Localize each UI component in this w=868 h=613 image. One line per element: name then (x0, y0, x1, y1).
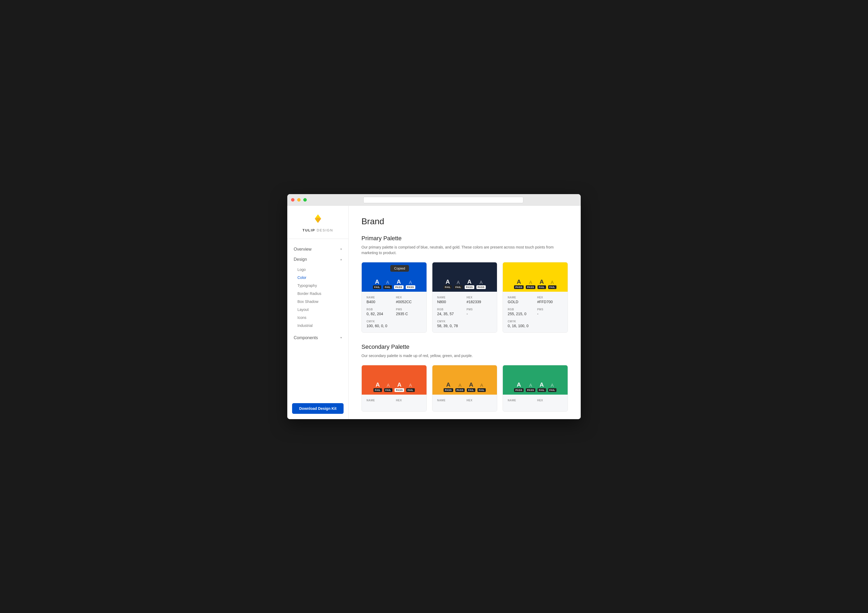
gold-badge-4: A FAIL (548, 280, 557, 289)
sidebar-logo: TULIP DESIGN (287, 206, 349, 239)
green-badges: A PASS A PASS A FAIL (514, 382, 556, 392)
sidebar-item-icons[interactable]: Icons (287, 314, 349, 322)
browser-window: TULIP DESIGN Overview ▾ Design ▴ Logo Co… (287, 194, 581, 419)
b400-badge-1: A FAIL (373, 279, 381, 289)
n800-badges: A FAIL A FAIL A PASS (443, 279, 486, 289)
orange-badge-2: A FAIL (384, 383, 393, 392)
green-info: NAME HEX (503, 395, 568, 412)
amber-name: NAME (437, 399, 463, 407)
b400-badge-3: A PASS (394, 279, 404, 289)
color-card-b400[interactable]: Copied A FAIL A FAIL A (361, 262, 427, 333)
green-name: NAME (508, 399, 533, 407)
gold-badge-1: A PASS (514, 279, 524, 289)
orange-hex: HEX (396, 399, 422, 407)
sidebar-item-components[interactable]: Components ▾ (287, 333, 349, 343)
b400-rgb: RGB 0, 82, 204 (366, 308, 392, 316)
sidebar-item-box-shadow[interactable]: Box Shadow (287, 297, 349, 306)
amber-info: NAME HEX (432, 395, 497, 412)
n800-badge-3: A PASS (465, 279, 474, 289)
minimize-button[interactable] (297, 198, 301, 201)
b400-badges: A FAIL A FAIL A PASS (373, 279, 415, 289)
green-badge-3: A FAIL (538, 382, 546, 392)
overview-chevron-icon: ▾ (340, 248, 342, 251)
gold-badge-2: A PASS (526, 280, 535, 289)
primary-palette-desc: Our primary palette is comprised of blue… (361, 245, 568, 256)
sidebar-item-industrial[interactable]: Industrial (287, 322, 349, 330)
n800-cmyk: CMYK 58, 39, 0, 78 (437, 320, 463, 328)
b400-info: NAME B400 HEX #0052CC RGB 0, 82, 204 (362, 292, 426, 333)
orange-badge-4: A FAIL (406, 383, 415, 392)
gold-hex: HEX #FFD700 (537, 296, 563, 304)
n800-badge-2: A FAIL (454, 280, 462, 289)
n800-name: NAME N800 (437, 296, 463, 304)
n800-badge-4: A PASS (476, 280, 486, 289)
orange-badges: A FAIL A FAIL A PASS (374, 382, 414, 392)
gold-info: NAME GOLD HEX #FFD700 RGB 255, 215, 0 (503, 292, 568, 333)
secondary-palette-desc: Our secondary palette is made up of red,… (361, 353, 568, 359)
design-sub-items: Logo Color Typography Border Radius Box … (287, 265, 349, 333)
b400-badge-2: A FAIL (383, 280, 392, 289)
amber-badge-3: A FAIL (467, 382, 475, 392)
gold-name: NAME GOLD (508, 296, 533, 304)
components-chevron-icon: ▾ (340, 336, 342, 339)
n800-badge-1: A FAIL (443, 279, 452, 289)
color-card-gold[interactable]: A PASS A PASS A FAIL (502, 262, 568, 333)
gold-rgb: RGB 255, 215, 0 (508, 308, 533, 316)
n800-hex: HEX #182339 (467, 296, 492, 304)
gold-pms: PMS - (537, 308, 563, 316)
b400-pms: PMS 2935 C (396, 308, 422, 316)
b400-badge-4: A PASS (406, 280, 415, 289)
sidebar-item-overview[interactable]: Overview ▾ (287, 244, 349, 254)
orange-name: NAME (366, 399, 392, 407)
color-swatch-gold: A PASS A PASS A FAIL (503, 262, 568, 292)
secondary-color-cards: A FAIL A FAIL A PASS (361, 365, 568, 412)
sidebar-nav: Overview ▾ Design ▴ Logo Color Typograph… (287, 239, 349, 398)
browser-titlebar (287, 194, 581, 206)
amber-hex: HEX (467, 399, 492, 407)
color-swatch-b400: Copied A FAIL A FAIL A (362, 262, 426, 292)
orange-badge-1: A FAIL (374, 382, 382, 392)
green-hex: HEX (537, 399, 563, 407)
design-chevron-icon: ▴ (340, 258, 342, 261)
tulip-logo-icon (312, 213, 324, 226)
color-swatch-orange: A FAIL A FAIL A PASS (362, 365, 426, 395)
sidebar-item-border-radius[interactable]: Border Radius (287, 289, 349, 297)
main-content: Brand Primary Palette Our primary palett… (349, 206, 581, 419)
gold-badges: A PASS A PASS A FAIL (514, 279, 556, 289)
n800-rgb: RGB 24, 35, 57 (437, 308, 463, 316)
secondary-palette-section: Secondary Palette Our secondary palette … (361, 344, 568, 412)
sidebar: TULIP DESIGN Overview ▾ Design ▴ Logo Co… (287, 206, 349, 419)
primary-color-cards: Copied A FAIL A FAIL A (361, 262, 568, 333)
b400-cmyk: CMYK 100, 60, 0, 0 (366, 320, 392, 328)
orange-badge-3: A PASS (395, 382, 404, 392)
sidebar-item-typography[interactable]: Typography (287, 282, 349, 289)
b400-name: NAME B400 (366, 296, 392, 304)
sidebar-item-layout[interactable]: Layout (287, 306, 349, 314)
color-card-amber[interactable]: A PASS A PASS A FAIL (432, 365, 498, 412)
color-card-green[interactable]: A PASS A PASS A FAIL (502, 365, 568, 412)
logo-text: TULIP DESIGN (302, 228, 333, 232)
color-card-orange[interactable]: A FAIL A FAIL A PASS (361, 365, 427, 412)
n800-pms: PMS - (467, 308, 492, 316)
gold-badge-3: A FAIL (538, 279, 546, 289)
maximize-button[interactable] (303, 198, 307, 201)
sidebar-item-design[interactable]: Design ▴ (287, 254, 349, 265)
sidebar-item-logo[interactable]: Logo (287, 266, 349, 274)
close-button[interactable] (291, 198, 294, 201)
color-swatch-green: A PASS A PASS A FAIL (503, 365, 568, 395)
color-swatch-n800: A FAIL A FAIL A PASS (432, 262, 497, 292)
sidebar-item-color[interactable]: Color (287, 274, 349, 282)
copied-tooltip: Copied (390, 265, 409, 272)
page-title: Brand (361, 217, 568, 226)
green-badge-4: A FAIL (548, 383, 557, 392)
b400-hex: HEX #0052CC (396, 296, 422, 304)
url-bar[interactable] (363, 197, 523, 203)
orange-info: NAME HEX (362, 395, 426, 412)
amber-badge-4: A FAIL (477, 383, 486, 392)
download-design-kit-button[interactable]: Download Design Kit (292, 403, 344, 414)
amber-badge-2: A PASS (455, 383, 465, 392)
n800-info: NAME N800 HEX #182339 RGB 24, 35, 57 (432, 292, 497, 333)
browser-body: TULIP DESIGN Overview ▾ Design ▴ Logo Co… (287, 206, 581, 419)
primary-palette-title: Primary Palette (361, 235, 568, 242)
color-card-n800[interactable]: A FAIL A FAIL A PASS (432, 262, 498, 333)
